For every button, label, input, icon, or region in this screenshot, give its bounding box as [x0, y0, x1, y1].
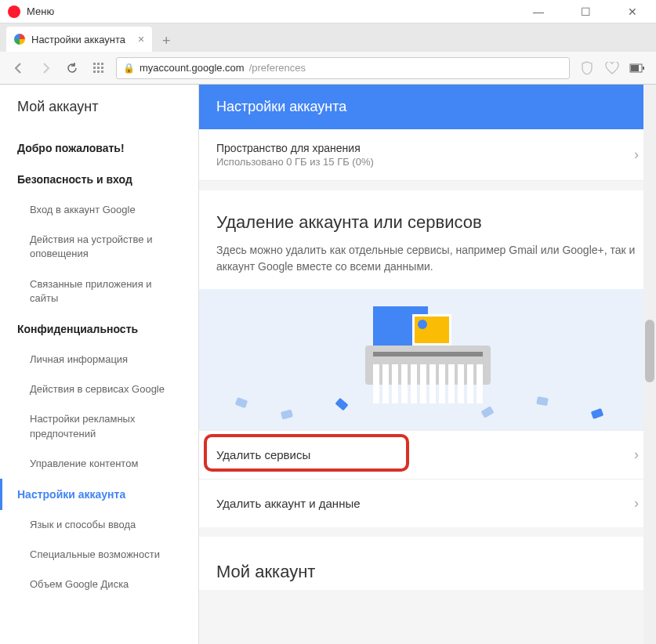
chevron-right-icon: ›	[634, 495, 639, 512]
lock-icon: 🔒	[123, 63, 135, 74]
delete-account-row[interactable]: Удалить аккаунт и данные ›	[199, 479, 656, 527]
main-panel: Настройки аккаунта Пространство для хран…	[199, 85, 656, 644]
sidebar: Мой аккаунт Добро пожаловать! Безопаснос…	[0, 85, 199, 644]
close-tab-icon[interactable]: ×	[138, 33, 144, 45]
reload-button[interactable]	[63, 59, 82, 78]
chevron-right-icon: ›	[634, 147, 639, 163]
url-input[interactable]: 🔒 myaccount.google.com/preferences	[116, 57, 570, 79]
storage-row[interactable]: Пространство для хранения Использовано 0…	[199, 129, 656, 181]
svg-rect-4	[97, 67, 100, 69]
content-area: Мой аккаунт Добро пожаловать! Безопаснос…	[0, 85, 656, 644]
delete-section: Удаление аккаунта или сервисов Здесь мож…	[199, 190, 656, 527]
sidebar-section-privacy[interactable]: Конфиденциальность	[0, 313, 198, 345]
sidebar-item-signin[interactable]: Вход в аккаунт Google	[0, 195, 198, 225]
vertical-scrollbar[interactable]	[643, 85, 656, 644]
storage-title: Пространство для хранения	[216, 142, 374, 154]
menu-label[interactable]: Меню	[27, 5, 523, 17]
delete-description: Здесь можно удалить как отдельные сервис…	[199, 242, 656, 289]
svg-rect-1	[97, 63, 100, 65]
storage-usage: Использовано 0 ГБ из 15 ГБ (0%)	[216, 156, 374, 168]
sidebar-item-activity[interactable]: Действия в сервисах Google	[0, 374, 198, 404]
google-favicon-icon	[14, 34, 25, 45]
browser-tab[interactable]: Настройки аккаунта ×	[6, 27, 152, 52]
sidebar-item-language[interactable]: Язык и способы ввода	[0, 510, 198, 540]
minimize-button[interactable]: —	[523, 5, 554, 18]
sidebar-item-drive-storage[interactable]: Объем Google Диска	[0, 570, 198, 599]
sidebar-section-account-settings[interactable]: Настройки аккаунта	[0, 479, 198, 510]
window-titlebar: Меню — ☐ ✕	[0, 0, 656, 24]
svg-rect-6	[93, 71, 96, 73]
sidebar-item-device-activity[interactable]: Действия на устройстве и оповещения	[0, 225, 198, 269]
delete-account-label: Удалить аккаунт и данные	[216, 497, 361, 510]
shredder-illustration	[199, 289, 656, 430]
main-header: Настройки аккаунта	[199, 85, 656, 129]
sidebar-section-security[interactable]: Безопасность и вход	[0, 164, 198, 195]
scrollbar-thumb[interactable]	[645, 320, 654, 382]
svg-rect-10	[631, 65, 639, 71]
shield-icon[interactable]	[578, 59, 596, 78]
svg-rect-2	[101, 63, 103, 65]
close-button[interactable]: ✕	[617, 5, 648, 18]
back-button[interactable]	[9, 59, 28, 78]
sidebar-item-connected-apps[interactable]: Связанные приложения и сайты	[0, 270, 198, 313]
speed-dial-icon[interactable]	[89, 59, 108, 78]
delete-services-label: Удалить сервисы	[216, 448, 310, 461]
url-path: /preferences	[249, 62, 306, 74]
delete-heading: Удаление аккаунта или сервисов	[199, 190, 656, 242]
maximize-button[interactable]: ☐	[570, 5, 601, 18]
sidebar-welcome[interactable]: Добро пожаловать!	[0, 132, 198, 164]
forward-button[interactable]	[36, 59, 55, 78]
url-domain: myaccount.google.com	[140, 62, 245, 74]
svg-rect-11	[643, 67, 644, 70]
sidebar-item-content-control[interactable]: Управление контентом	[0, 449, 198, 479]
svg-rect-5	[101, 67, 103, 69]
svg-rect-3	[93, 67, 96, 69]
heart-icon[interactable]	[603, 59, 622, 78]
svg-rect-8	[101, 71, 103, 73]
delete-services-row[interactable]: Удалить сервисы ›	[199, 430, 656, 479]
chevron-right-icon: ›	[634, 447, 639, 463]
address-bar: 🔒 myaccount.google.com/preferences	[0, 52, 656, 85]
my-account-heading: Мой аккаунт	[199, 537, 656, 590]
tab-bar: Настройки аккаунта × +	[0, 24, 656, 52]
tab-title: Настройки аккаунта	[31, 34, 125, 45]
svg-rect-0	[93, 63, 96, 65]
new-tab-button[interactable]: +	[155, 30, 177, 52]
battery-icon[interactable]	[628, 59, 647, 78]
svg-rect-7	[97, 71, 100, 73]
sidebar-title: Мой аккаунт	[0, 99, 198, 132]
opera-icon	[8, 5, 20, 18]
sidebar-item-personal-info[interactable]: Личная информация	[0, 345, 198, 374]
sidebar-item-ad-settings[interactable]: Настройки рекламных предпочтений	[0, 404, 198, 448]
sidebar-item-accessibility[interactable]: Специальные возможности	[0, 540, 198, 570]
